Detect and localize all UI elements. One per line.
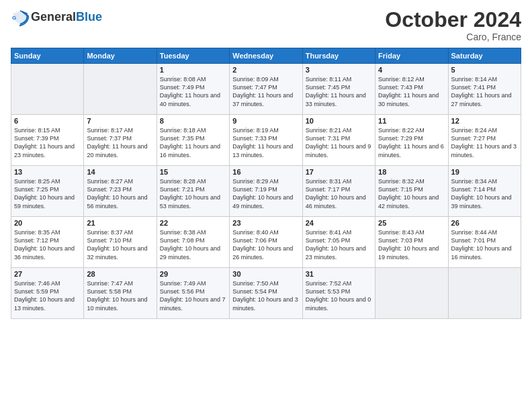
day-info: Sunrise: 8:29 AM Sunset: 7:19 PM Dayligh… <box>232 177 299 210</box>
calendar-cell: 13Sunrise: 8:25 AM Sunset: 7:25 PM Dayli… <box>11 166 84 217</box>
day-number: 27 <box>14 270 81 278</box>
calendar-cell: 20Sunrise: 8:35 AM Sunset: 7:12 PM Dayli… <box>11 217 84 268</box>
day-number: 11 <box>378 117 445 125</box>
day-info: Sunrise: 8:35 AM Sunset: 7:12 PM Dayligh… <box>14 228 81 261</box>
day-number: 21 <box>87 219 153 227</box>
calendar-cell: 10Sunrise: 8:21 AM Sunset: 7:31 PM Dayli… <box>302 115 375 166</box>
calendar-week-5: 27Sunrise: 7:46 AM Sunset: 5:59 PM Dayli… <box>11 268 521 319</box>
calendar-cell: 24Sunrise: 8:41 AM Sunset: 7:05 PM Dayli… <box>302 217 375 268</box>
day-info: Sunrise: 8:27 AM Sunset: 7:23 PM Dayligh… <box>87 177 153 210</box>
logo: G GeneralBlue <box>11 8 102 27</box>
calendar-cell: 6Sunrise: 8:15 AM Sunset: 7:39 PM Daylig… <box>11 115 84 166</box>
day-number: 26 <box>451 219 518 227</box>
day-info: Sunrise: 8:21 AM Sunset: 7:31 PM Dayligh… <box>306 126 372 159</box>
day-info: Sunrise: 8:28 AM Sunset: 7:21 PM Dayligh… <box>160 177 226 210</box>
day-info: Sunrise: 8:11 AM Sunset: 7:45 PM Dayligh… <box>306 75 372 108</box>
day-number: 30 <box>232 270 299 278</box>
calendar-cell: 16Sunrise: 8:29 AM Sunset: 7:19 PM Dayli… <box>230 166 302 217</box>
calendar-cell: 29Sunrise: 7:49 AM Sunset: 5:56 PM Dayli… <box>157 268 229 319</box>
calendar-cell: 7Sunrise: 8:17 AM Sunset: 7:37 PM Daylig… <box>84 115 157 166</box>
day-info: Sunrise: 8:08 AM Sunset: 7:49 PM Dayligh… <box>160 75 226 108</box>
calendar-week-4: 20Sunrise: 8:35 AM Sunset: 7:12 PM Dayli… <box>11 217 521 268</box>
day-number: 12 <box>451 117 518 125</box>
day-info: Sunrise: 7:50 AM Sunset: 5:54 PM Dayligh… <box>232 279 299 312</box>
day-number: 14 <box>87 168 153 176</box>
day-info: Sunrise: 8:40 AM Sunset: 7:06 PM Dayligh… <box>232 228 299 261</box>
calendar-cell: 4Sunrise: 8:12 AM Sunset: 7:43 PM Daylig… <box>375 64 448 115</box>
calendar-cell: 14Sunrise: 8:27 AM Sunset: 7:23 PM Dayli… <box>84 166 157 217</box>
weekday-header-tuesday: Tuesday <box>157 48 229 64</box>
calendar-week-3: 13Sunrise: 8:25 AM Sunset: 7:25 PM Dayli… <box>11 166 521 217</box>
logo-general: General <box>31 10 76 24</box>
day-number: 8 <box>160 117 226 125</box>
month-title: October 2024 <box>385 8 521 32</box>
day-info: Sunrise: 8:19 AM Sunset: 7:33 PM Dayligh… <box>232 126 299 159</box>
weekday-header-monday: Monday <box>84 48 157 64</box>
calendar-cell: 19Sunrise: 8:34 AM Sunset: 7:14 PM Dayli… <box>448 166 521 217</box>
day-info: Sunrise: 8:38 AM Sunset: 7:08 PM Dayligh… <box>160 228 226 261</box>
day-number: 10 <box>306 117 372 125</box>
day-info: Sunrise: 8:41 AM Sunset: 7:05 PM Dayligh… <box>306 228 372 261</box>
calendar-cell: 27Sunrise: 7:46 AM Sunset: 5:59 PM Dayli… <box>11 268 84 319</box>
weekday-header-thursday: Thursday <box>302 48 375 64</box>
day-info: Sunrise: 7:46 AM Sunset: 5:59 PM Dayligh… <box>14 279 81 312</box>
calendar-cell: 11Sunrise: 8:22 AM Sunset: 7:29 PM Dayli… <box>375 115 448 166</box>
day-number: 2 <box>232 66 299 74</box>
calendar-cell <box>448 268 521 319</box>
day-info: Sunrise: 8:24 AM Sunset: 7:27 PM Dayligh… <box>451 126 518 159</box>
calendar-cell: 31Sunrise: 7:52 AM Sunset: 5:53 PM Dayli… <box>302 268 375 319</box>
calendar-cell: 15Sunrise: 8:28 AM Sunset: 7:21 PM Dayli… <box>157 166 229 217</box>
day-number: 28 <box>87 270 153 278</box>
calendar-table: SundayMondayTuesdayWednesdayThursdayFrid… <box>11 48 521 319</box>
location: Caro, France <box>385 32 521 42</box>
weekday-header-sunday: Sunday <box>11 48 84 64</box>
calendar-cell: 2Sunrise: 8:09 AM Sunset: 7:47 PM Daylig… <box>230 64 302 115</box>
day-info: Sunrise: 8:37 AM Sunset: 7:10 PM Dayligh… <box>87 228 153 261</box>
day-info: Sunrise: 8:34 AM Sunset: 7:14 PM Dayligh… <box>451 177 518 210</box>
calendar-cell: 21Sunrise: 8:37 AM Sunset: 7:10 PM Dayli… <box>84 217 157 268</box>
day-number: 25 <box>378 219 445 227</box>
day-number: 23 <box>232 219 299 227</box>
day-info: Sunrise: 8:17 AM Sunset: 7:37 PM Dayligh… <box>87 126 153 159</box>
calendar-cell: 17Sunrise: 8:31 AM Sunset: 7:17 PM Dayli… <box>302 166 375 217</box>
calendar-week-2: 6Sunrise: 8:15 AM Sunset: 7:39 PM Daylig… <box>11 115 521 166</box>
day-number: 31 <box>306 270 372 278</box>
day-number: 4 <box>378 66 445 74</box>
day-info: Sunrise: 8:32 AM Sunset: 7:15 PM Dayligh… <box>378 177 445 210</box>
calendar-cell: 9Sunrise: 8:19 AM Sunset: 7:33 PM Daylig… <box>230 115 302 166</box>
calendar-cell: 28Sunrise: 7:47 AM Sunset: 5:58 PM Dayli… <box>84 268 157 319</box>
day-info: Sunrise: 8:09 AM Sunset: 7:47 PM Dayligh… <box>232 75 299 108</box>
logo-icon: G <box>11 8 30 27</box>
day-number: 19 <box>451 168 518 176</box>
svg-text:G: G <box>12 15 16 21</box>
day-number: 24 <box>306 219 372 227</box>
day-info: Sunrise: 8:44 AM Sunset: 7:01 PM Dayligh… <box>451 228 518 261</box>
calendar-cell: 30Sunrise: 7:50 AM Sunset: 5:54 PM Dayli… <box>230 268 302 319</box>
calendar-cell: 23Sunrise: 8:40 AM Sunset: 7:06 PM Dayli… <box>230 217 302 268</box>
day-info: Sunrise: 7:52 AM Sunset: 5:53 PM Dayligh… <box>306 279 372 312</box>
weekday-header-saturday: Saturday <box>448 48 521 64</box>
day-number: 15 <box>160 168 226 176</box>
header: G GeneralBlue October 2024 Caro, France <box>11 8 521 42</box>
day-info: Sunrise: 8:18 AM Sunset: 7:35 PM Dayligh… <box>160 126 226 159</box>
calendar-cell: 22Sunrise: 8:38 AM Sunset: 7:08 PM Dayli… <box>157 217 229 268</box>
day-number: 3 <box>306 66 372 74</box>
day-info: Sunrise: 8:22 AM Sunset: 7:29 PM Dayligh… <box>378 126 445 159</box>
day-number: 13 <box>14 168 81 176</box>
day-info: Sunrise: 8:14 AM Sunset: 7:41 PM Dayligh… <box>451 75 518 108</box>
calendar-cell: 26Sunrise: 8:44 AM Sunset: 7:01 PM Dayli… <box>448 217 521 268</box>
day-info: Sunrise: 8:31 AM Sunset: 7:17 PM Dayligh… <box>306 177 372 210</box>
day-info: Sunrise: 8:12 AM Sunset: 7:43 PM Dayligh… <box>378 75 445 108</box>
day-info: Sunrise: 8:43 AM Sunset: 7:03 PM Dayligh… <box>378 228 445 261</box>
calendar-cell: 1Sunrise: 8:08 AM Sunset: 7:49 PM Daylig… <box>157 64 229 115</box>
logo-blue: Blue <box>76 10 102 24</box>
day-info: Sunrise: 7:47 AM Sunset: 5:58 PM Dayligh… <box>87 279 153 312</box>
day-number: 9 <box>232 117 299 125</box>
calendar-cell: 3Sunrise: 8:11 AM Sunset: 7:45 PM Daylig… <box>302 64 375 115</box>
calendar-cell: 5Sunrise: 8:14 AM Sunset: 7:41 PM Daylig… <box>448 64 521 115</box>
weekday-header-wednesday: Wednesday <box>230 48 302 64</box>
weekday-header-friday: Friday <box>375 48 448 64</box>
calendar-cell: 12Sunrise: 8:24 AM Sunset: 7:27 PM Dayli… <box>448 115 521 166</box>
calendar-cell <box>375 268 448 319</box>
day-number: 17 <box>306 168 372 176</box>
